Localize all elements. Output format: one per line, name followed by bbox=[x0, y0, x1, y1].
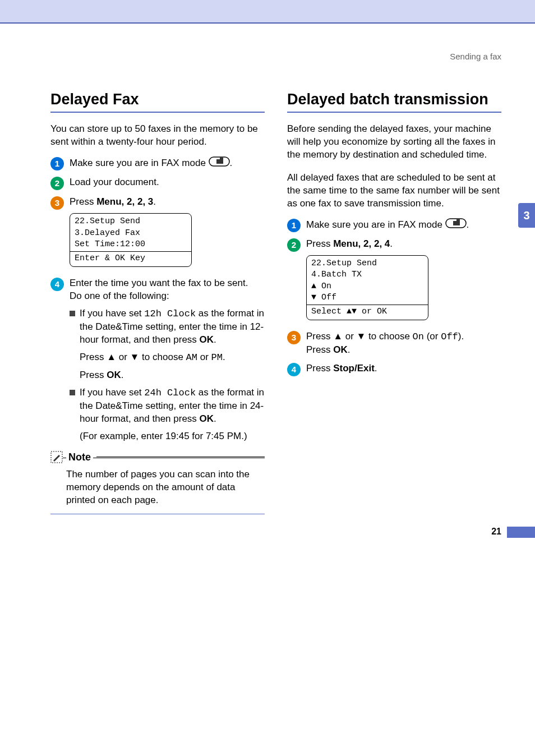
step-r4: 4 Press Stop/Exit. bbox=[287, 362, 501, 376]
intro-text-r2: All delayed faxes that are scheduled to … bbox=[287, 172, 501, 210]
note-pencil-icon bbox=[50, 451, 63, 463]
step-r3-pre: Press ▲ or ▼ to choose bbox=[306, 331, 413, 342]
bullet-1: If you have set 12h Clock as the format … bbox=[80, 307, 265, 347]
lcd-display-1: 22.Setup Send 3.Delayed Fax Set Time:12:… bbox=[70, 213, 192, 267]
step-3: 3 Press Menu, 2, 2, 3. 22.Setup Send 3.D… bbox=[50, 196, 265, 271]
step-1: 1 Make sure you are in FAX mode . bbox=[50, 156, 265, 170]
lcd-line: 4.Batch TX bbox=[311, 269, 423, 280]
chapter-tab: 3 bbox=[518, 203, 535, 228]
step-badge-2: 2 bbox=[287, 238, 301, 252]
page-content: Sending a fax 3 Delayed Fax You can stor… bbox=[0, 24, 535, 548]
page-number: 21 bbox=[491, 527, 501, 537]
step3-seq: , 2, 2, 3 bbox=[122, 196, 154, 207]
left-column: Delayed Fax You can store up to 50 faxes… bbox=[50, 89, 265, 514]
bullet-2-p2: (For example, enter 19:45 for 7:45 PM.) bbox=[80, 430, 265, 443]
bullet-2: If you have set 24h Clock as the format … bbox=[80, 386, 265, 426]
step-r2: 2 Press Menu, 2, 2, 4. 22.Setup Send 4.B… bbox=[287, 238, 501, 325]
page-number-bar bbox=[507, 527, 535, 538]
step-r2-pre: Press bbox=[306, 238, 333, 249]
step-r1-text: Make sure you are in FAX mode bbox=[306, 219, 445, 230]
lcd-line: 3.Delayed Fax bbox=[75, 228, 187, 239]
lcd-display-2: 22.Setup Send 4.Batch TX ▲ On ▼ Off Sele… bbox=[306, 255, 428, 320]
step-r1: 1 Make sure you are in FAX mode . bbox=[287, 218, 501, 232]
step3-pre: Press bbox=[70, 196, 96, 207]
ok-key: OK bbox=[333, 344, 348, 355]
step4-text-b: Do one of the following: bbox=[70, 290, 265, 303]
step4-text-a: Enter the time you want the fax to be se… bbox=[70, 277, 265, 290]
section-title-delayed-fax: Delayed Fax bbox=[50, 89, 265, 113]
breadcrumb: Sending a fax bbox=[50, 52, 501, 61]
step-badge-2: 2 bbox=[50, 177, 64, 190]
menu-key: Menu bbox=[333, 238, 358, 249]
section-title-batch: Delayed batch transmission bbox=[287, 89, 501, 113]
step-r3-b-pre: Press bbox=[306, 344, 333, 355]
lcd-line: Select ▲▼ or OK bbox=[311, 306, 423, 317]
step1-text: Make sure you are in FAX mode bbox=[70, 158, 209, 168]
intro-text-r1: Before sending the delayed faxes, your m… bbox=[287, 123, 501, 162]
step-4: 4 Enter the time you want the fax to be … bbox=[50, 277, 265, 447]
code-on: On bbox=[413, 331, 424, 342]
step-badge-1: 1 bbox=[287, 219, 301, 232]
step-badge-3: 3 bbox=[50, 196, 64, 210]
stop-exit-key: Stop/Exit bbox=[333, 363, 375, 374]
bullet-1-p3: Press OK. bbox=[80, 369, 265, 382]
step-r2-seq: , 2, 2, 4 bbox=[358, 238, 390, 249]
note-box: Note The number of pages you can scan in… bbox=[50, 458, 265, 514]
lcd-line: 22.Setup Send bbox=[75, 216, 187, 227]
lcd-line: Enter & OK Key bbox=[75, 253, 187, 264]
step-badge-4: 4 bbox=[50, 278, 64, 291]
step-badge-4: 4 bbox=[287, 363, 301, 376]
intro-text: You can store up to 50 faxes in the memo… bbox=[50, 123, 265, 149]
note-body: The number of pages you can scan into th… bbox=[66, 468, 265, 507]
step-r4-pre: Press bbox=[306, 363, 333, 374]
step-badge-1: 1 bbox=[50, 157, 64, 170]
header-bar bbox=[0, 0, 535, 24]
step-r3-post: ). bbox=[458, 331, 464, 342]
menu-key: Menu bbox=[96, 196, 121, 207]
lcd-line: Set Time:12:00 bbox=[75, 239, 187, 250]
right-column: Delayed batch transmission Before sendin… bbox=[287, 89, 501, 514]
step-2: 2 Load your document. bbox=[50, 176, 265, 190]
step-r3-mid: (or bbox=[424, 331, 441, 342]
lcd-line: ▲ On bbox=[311, 281, 423, 292]
svg-rect-1 bbox=[216, 159, 223, 164]
bullet-square-icon bbox=[70, 390, 75, 395]
lcd-line: 22.Setup Send bbox=[311, 258, 423, 269]
fax-mode-icon bbox=[445, 218, 467, 232]
note-label: Note bbox=[66, 450, 93, 464]
fax-mode-icon bbox=[209, 156, 230, 170]
bullet-square-icon bbox=[70, 311, 75, 316]
svg-rect-6 bbox=[456, 219, 460, 222]
svg-rect-5 bbox=[453, 221, 460, 225]
lcd-line: ▼ Off bbox=[311, 292, 423, 303]
step-badge-3: 3 bbox=[287, 331, 301, 344]
bullet-1-p2: Press ▲ or ▼ to choose AM or PM. bbox=[80, 351, 265, 365]
step2-text: Load your document. bbox=[70, 176, 265, 189]
code-off: Off bbox=[441, 331, 458, 342]
svg-rect-2 bbox=[220, 158, 223, 160]
step-r3: 3 Press ▲ or ▼ to choose On (or Off). Pr… bbox=[287, 330, 501, 357]
